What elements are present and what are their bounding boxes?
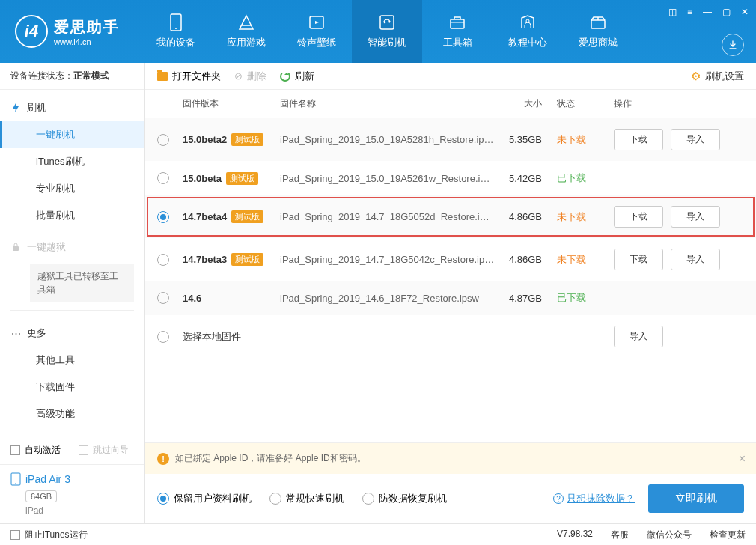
nav-item-2[interactable]: 铃声壁纸 <box>281 0 352 63</box>
row-radio[interactable] <box>157 331 169 343</box>
auto-activate-row: 自动激活 跳过向导 <box>0 436 144 464</box>
table-row[interactable]: 15.0beta测试版iPad_Spring_2019_15.0_19A5261… <box>145 161 756 195</box>
mode-label: 保留用户资料刷机 <box>174 492 252 505</box>
close-info-button[interactable]: × <box>739 452 746 466</box>
close-icon[interactable]: ✕ <box>741 7 749 17</box>
mode-radio[interactable] <box>362 493 374 505</box>
select-local-label: 选择本地固件 <box>183 330 280 344</box>
sidebar-item[interactable]: 批量刷机 <box>0 202 144 229</box>
sidebar-head-label: 一键越狱 <box>27 240 66 254</box>
sidebar-item[interactable]: 高级功能 <box>0 401 144 427</box>
status-downloaded: 已下载 <box>557 172 586 183</box>
more-icon: ⋯ <box>10 328 21 338</box>
flash-settings-button[interactable]: ⚙ 刷机设置 <box>691 70 744 83</box>
table-header: 固件版本 固件名称 大小 状态 操作 <box>145 90 756 118</box>
flash-mode-option[interactable]: 常规快速刷机 <box>269 492 344 505</box>
nav-icon <box>308 13 326 31</box>
firmware-name: iPad_Spring_2019_14.7_18G5052d_Restore.i… <box>280 211 497 222</box>
action-bar: 保留用户资料刷机常规快速刷机防数据恢复刷机 ? 只想抹除数据？ 立即刷机 <box>145 474 756 523</box>
col-size: 大小 <box>497 97 557 110</box>
version-label: V7.98.32 <box>557 529 593 541</box>
skip-guide-checkbox[interactable] <box>79 445 88 455</box>
download-indicator-icon[interactable] <box>722 34 744 56</box>
tshirt-icon[interactable]: ◫ <box>668 7 677 17</box>
table-row[interactable]: 15.0beta2测试版iPad_Spring_2019_15.0_19A528… <box>145 118 756 161</box>
flash-mode-option[interactable]: 保留用户资料刷机 <box>157 492 252 505</box>
firmware-size: 4.86GB <box>497 211 557 222</box>
brand-logo[interactable]: i4 爱思助手 www.i4.cn <box>15 15 120 48</box>
table-row[interactable]: 14.7beta4测试版iPad_Spring_2019_14.7_18G505… <box>145 195 756 238</box>
row-radio[interactable] <box>157 254 169 266</box>
info-bar: ! 如已绑定 Apple ID，请准备好 Apple ID和密码。 × <box>145 443 756 474</box>
mode-label: 常规快速刷机 <box>286 492 344 505</box>
svg-rect-9 <box>13 246 19 251</box>
row-radio[interactable] <box>157 211 169 223</box>
help-icon[interactable]: ? <box>553 493 564 504</box>
nav-label: 智能刷机 <box>368 36 406 49</box>
nav-item-0[interactable]: 我的设备 <box>141 0 211 63</box>
download-button[interactable]: 下载 <box>614 206 663 228</box>
row-radio[interactable] <box>157 292 169 304</box>
sidebar-item[interactable]: 一键刷机 <box>0 121 144 148</box>
minimize-icon[interactable]: — <box>703 7 712 17</box>
refresh-icon <box>280 71 290 82</box>
row-radio[interactable] <box>157 134 169 146</box>
table-row[interactable]: 14.7beta3测试版iPad_Spring_2019_14.7_18G504… <box>145 238 756 281</box>
import-button[interactable]: 导入 <box>671 206 720 228</box>
open-folder-button[interactable]: 打开文件夹 <box>157 70 221 83</box>
download-button[interactable]: 下载 <box>614 249 663 270</box>
flash-mode-option[interactable]: 防数据恢复刷机 <box>362 492 447 505</box>
wechat-link[interactable]: 微信公众号 <box>647 529 692 541</box>
sidebar-item[interactable]: 下载固件 <box>0 374 144 401</box>
maximize-icon[interactable]: ▢ <box>722 7 731 17</box>
svg-rect-5 <box>451 19 464 28</box>
auto-activate-checkbox[interactable] <box>10 445 20 455</box>
svg-point-11 <box>15 483 16 484</box>
import-button[interactable]: 导入 <box>614 326 663 347</box>
menu-icon[interactable]: ≡ <box>687 7 692 17</box>
import-button[interactable]: 导入 <box>671 249 720 270</box>
sidebar-head-flash[interactable]: 刷机 <box>0 94 144 121</box>
window-controls: ◫ ≡ — ▢ ✕ <box>668 7 749 17</box>
download-button[interactable]: 下载 <box>614 129 663 150</box>
erase-data-link[interactable]: 只想抹除数据？ <box>567 492 635 505</box>
table-row-local[interactable]: 选择本地固件导入 <box>145 315 756 358</box>
mode-radio[interactable] <box>157 493 169 505</box>
gear-icon: ⚙ <box>691 70 701 83</box>
device-storage: 64GB <box>25 490 57 502</box>
refresh-button[interactable]: 刷新 <box>280 70 314 83</box>
nav-label: 铃声壁纸 <box>297 36 336 49</box>
mode-radio[interactable] <box>269 493 281 505</box>
flash-now-button[interactable]: 立即刷机 <box>648 484 744 513</box>
row-radio[interactable] <box>157 172 169 184</box>
nav-icon <box>589 13 607 31</box>
nav-item-1[interactable]: 应用游戏 <box>211 0 281 63</box>
top-nav: 我的设备应用游戏铃声壁纸智能刷机工具箱教程中心爱思商城 <box>141 0 633 63</box>
nav-item-4[interactable]: 工具箱 <box>422 0 493 63</box>
beta-badge: 测试版 <box>231 133 263 146</box>
status-not-downloaded: 未下载 <box>557 134 586 145</box>
table-row[interactable]: 14.6iPad_Spring_2019_14.6_18F72_Restore.… <box>145 281 756 315</box>
sidebar-item[interactable]: 其他工具 <box>0 347 144 374</box>
svg-rect-4 <box>380 16 394 29</box>
delete-button: ⊘ 删除 <box>234 70 266 83</box>
sidebar-item[interactable]: 专业刷机 <box>0 175 144 202</box>
firmware-name: iPad_Spring_2019_15.0_19A5281h_Restore.i… <box>280 134 497 145</box>
service-link[interactable]: 客服 <box>611 529 629 541</box>
sidebar: 设备连接状态： 正常模式 刷机 一键刷机iTunes刷机专业刷机批量刷机 一键越… <box>0 63 145 523</box>
sidebar-item[interactable]: iTunes刷机 <box>0 148 144 175</box>
firmware-size: 4.87GB <box>497 293 557 304</box>
sidebar-head-jailbreak: 一键越狱 <box>0 234 144 261</box>
nav-label: 工具箱 <box>443 36 472 49</box>
device-card[interactable]: iPad Air 3 64GB iPad <box>0 464 144 523</box>
block-itunes-checkbox[interactable] <box>10 530 20 540</box>
nav-icon <box>167 13 185 31</box>
import-button[interactable]: 导入 <box>671 129 720 150</box>
nav-item-6[interactable]: 爱思商城 <box>563 0 633 63</box>
logo-icon: i4 <box>15 15 48 48</box>
sidebar-head-more[interactable]: ⋯ 更多 <box>0 320 144 347</box>
check-update-link[interactable]: 检查更新 <box>710 529 746 541</box>
nav-item-3[interactable]: 智能刷机 <box>352 0 422 63</box>
firmware-version: 14.6 <box>183 293 201 304</box>
nav-item-5[interactable]: 教程中心 <box>493 0 563 63</box>
